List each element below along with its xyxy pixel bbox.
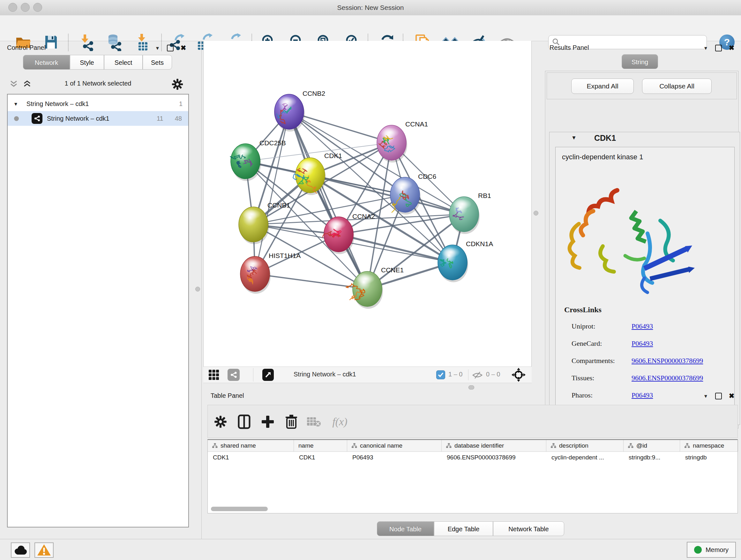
window-titlebar: Session: New Session: [0, 0, 741, 16]
grid-view-icon[interactable]: [208, 369, 220, 381]
network-node-HIST1H1A[interactable]: HIST1H1A: [240, 252, 300, 294]
network-badge-icon[interactable]: [227, 369, 240, 381]
table-gear-icon[interactable]: [212, 414, 229, 430]
node-label-CCNA2: CCNA2: [352, 212, 375, 220]
column-header-label: description: [559, 442, 589, 449]
hidden-node-edge-counts: 0 – 0: [486, 371, 500, 378]
shared-column-icon: [446, 443, 452, 448]
tab-network-table[interactable]: Network Table: [493, 521, 564, 536]
expand-all-button[interactable]: Expand All: [571, 78, 634, 94]
network-graph[interactable]: CCNB2CCNA1CDC25BCDK1CDC6RB1CCNB1CCNA2CDK…: [204, 41, 531, 367]
crosslink-label: Uniprot:: [571, 322, 596, 330]
left-splitter-grip[interactable]: [195, 287, 200, 292]
column-header-label: namespace: [693, 442, 724, 449]
network-edge-CCNB2-CCNE1[interactable]: [289, 112, 367, 289]
table-cell[interactable]: stringdb:9...: [623, 452, 680, 463]
network-node-CDK1[interactable]: CDK1: [293, 152, 342, 195]
tab-select[interactable]: Select: [104, 55, 143, 70]
network-canvas[interactable]: CCNB2CCNA1CDC25BCDK1CDC6RB1CCNB1CCNA2CDK…: [203, 41, 532, 367]
right-splitter-grip[interactable]: [534, 211, 538, 215]
tab-string[interactable]: String: [622, 54, 658, 69]
column-header-label: shared name: [220, 442, 256, 449]
network-options-gear-icon[interactable]: [171, 78, 184, 92]
network-node-CDKN1A[interactable]: CDKN1A: [438, 240, 493, 282]
panel-menu-icon[interactable]: ▼: [703, 45, 708, 51]
string-results-box: Expand All Collapse All ▼ CDK1 cyclin-de…: [545, 71, 738, 428]
network-edge-HIST1H1A-CCNE1[interactable]: [255, 274, 367, 289]
cloud-icon[interactable]: [11, 543, 30, 558]
network-selection-summary: 1 of 1 Network selected: [0, 80, 196, 87]
network-node-RB1[interactable]: RB1: [449, 192, 491, 234]
table-cell[interactable]: CDK1: [294, 452, 347, 463]
tab-sets[interactable]: Sets: [143, 55, 172, 70]
delete-column-trash-icon[interactable]: [283, 414, 300, 430]
fit-selected-crosshair-icon[interactable]: [512, 368, 526, 383]
network-node-CCNE1[interactable]: CCNE1: [346, 266, 404, 309]
node-label-CCNE1: CCNE1: [381, 266, 404, 273]
table-row[interactable]: CDK1CDK1P064939606.ENSP00000378699cyclin…: [208, 452, 738, 463]
column-header-database-identifier[interactable]: database identifier: [442, 440, 546, 451]
collapse-all-button[interactable]: Collapse All: [642, 78, 712, 94]
tab-edge-table[interactable]: Edge Table: [434, 521, 493, 536]
edge-count: 48: [175, 115, 182, 122]
tree-expander-icon[interactable]: ▼: [13, 101, 18, 107]
hidden-eye-icon: [472, 371, 483, 380]
panel-float-icon[interactable]: [715, 393, 722, 399]
network-view-statusbar: String Network – cdk1 1 – 0 0 – 0: [203, 367, 532, 383]
network-row-selected[interactable]: String Network – cdk1 11 48: [8, 111, 188, 126]
table-cell[interactable]: P06493: [347, 452, 442, 463]
section-collapse-icon[interactable]: ▼: [571, 135, 577, 141]
protein-structure-image: [564, 173, 698, 304]
birdseye-view-icon[interactable]: [262, 369, 274, 381]
network-view-title: String Network – cdk1: [293, 371, 356, 378]
table-cell[interactable]: 9606.ENSP00000378699: [442, 452, 546, 463]
memory-button[interactable]: Memory: [687, 542, 736, 558]
column-header-shared-name[interactable]: shared name: [208, 440, 294, 451]
table-cell[interactable]: cyclin-dependent ...: [546, 452, 623, 463]
network-node-CCNB2[interactable]: CCNB2: [274, 90, 325, 132]
table-cell[interactable]: stringdb: [680, 452, 738, 463]
gene-description: cyclin-dependent kinase 1: [562, 153, 643, 161]
column-header-description[interactable]: description: [546, 440, 623, 451]
status-bar: Memory: [0, 539, 741, 560]
column-header-name[interactable]: name: [294, 440, 347, 451]
panel-close-icon[interactable]: ✖: [729, 44, 735, 52]
network-node-CCNA1[interactable]: CCNA1: [377, 120, 428, 163]
crosslink-link[interactable]: P06493: [631, 339, 653, 348]
column-header-canonical-name[interactable]: canonical name: [347, 440, 442, 451]
network-edge-CCNB2-HIST1H1A[interactable]: [255, 112, 289, 274]
table-cell[interactable]: CDK1: [208, 452, 294, 463]
window-title: Session: New Session: [0, 0, 741, 15]
panel-float-icon[interactable]: [715, 45, 722, 51]
crosslink-row: Tissues:9606.ENSP00000378699: [571, 374, 731, 382]
column-header-@id[interactable]: @id: [623, 440, 680, 451]
crosslink-link[interactable]: P06493: [631, 322, 653, 330]
table-body: CDK1CDK1P064939606.ENSP00000378699cyclin…: [208, 452, 738, 463]
column-header-namespace[interactable]: namespace: [680, 440, 738, 451]
horizontal-scrollbar-thumb[interactable]: [211, 507, 268, 511]
crosslink-link[interactable]: 9606.ENSP00000378699: [631, 374, 703, 382]
network-collection-row[interactable]: ▼ String Network – cdk1 1: [8, 97, 188, 111]
shared-column-icon: [551, 443, 556, 448]
memory-label: Memory: [705, 546, 729, 554]
panel-menu-icon[interactable]: ▼: [155, 45, 160, 51]
table-panel-title: Table Panel: [211, 392, 244, 399]
create-column-icon[interactable]: [259, 414, 276, 430]
panel-close-icon[interactable]: ✖: [181, 44, 186, 52]
function-builder-icon: f(x): [328, 414, 352, 430]
selected-checkbox-icon[interactable]: [436, 370, 445, 379]
panel-float-icon[interactable]: [167, 45, 174, 51]
shared-column-icon: [212, 443, 218, 448]
show-columns-icon[interactable]: [236, 414, 253, 430]
panel-menu-icon[interactable]: ▼: [703, 393, 708, 399]
column-header-label: canonical name: [360, 442, 402, 449]
crosslink-label: Tissues:: [571, 374, 594, 382]
warning-icon[interactable]: [35, 543, 54, 558]
tab-style[interactable]: Style: [70, 55, 104, 70]
crosslink-link[interactable]: 9606.ENSP00000378699: [631, 357, 703, 365]
tab-network[interactable]: Network: [23, 55, 70, 70]
node-table[interactable]: shared namenamecanonical namedatabase id…: [207, 439, 738, 513]
table-header-row: shared namenamecanonical namedatabase id…: [208, 440, 738, 452]
panel-close-icon[interactable]: ✖: [729, 392, 735, 400]
tab-node-table[interactable]: Node Table: [377, 521, 434, 536]
